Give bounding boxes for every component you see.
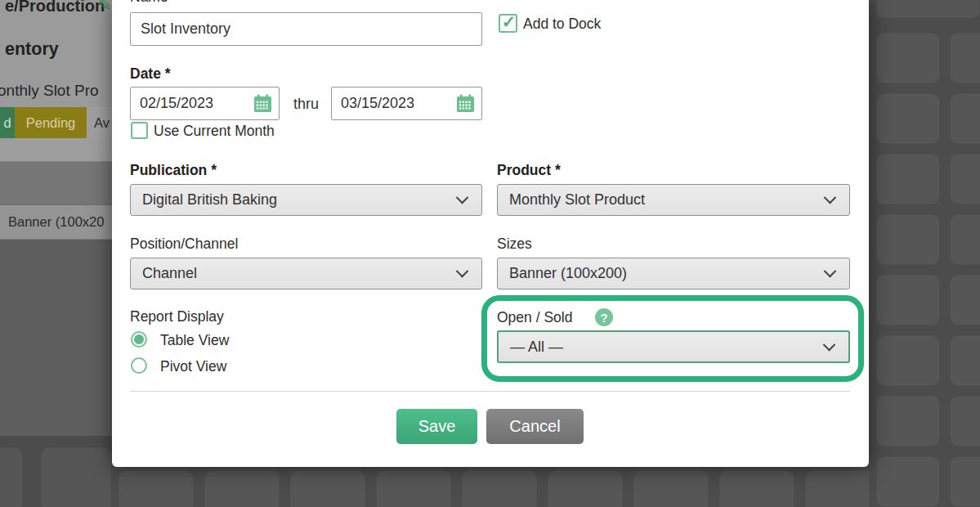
- open-sold-select[interactable]: — All —: [497, 330, 850, 363]
- divider: [130, 391, 850, 392]
- name-label: Name: [130, 0, 168, 6]
- chevron-down-icon: [824, 191, 837, 204]
- sizes-value: Banner (100x200): [498, 265, 826, 282]
- date-label: Date *: [130, 65, 171, 83]
- slot-cell: [950, 335, 980, 386]
- cancel-button[interactable]: Cancel: [486, 409, 584, 444]
- legend-sold-badge: d: [0, 107, 15, 138]
- slot-cell: [548, 470, 623, 507]
- question-mark: ?: [600, 311, 607, 325]
- save-button[interactable]: Save: [396, 409, 477, 444]
- chevron-down-icon: [823, 338, 836, 351]
- slot-cell: [876, 275, 940, 325]
- product-label: Product *: [497, 162, 561, 179]
- slot-cell: [950, 93, 980, 144]
- calendar-icon[interactable]: [456, 94, 475, 113]
- product-value: Monthly Slot Product: [498, 191, 826, 209]
- slot-cell: [876, 33, 940, 83]
- slot-cell: [719, 470, 794, 507]
- slot-cell: [876, 456, 940, 507]
- slot-cell: [204, 470, 280, 507]
- screen: e/Production ✎ entory onthly Slot Pro d …: [0, 0, 980, 507]
- report-dialog: Name ✓ Add to Dock Date * thru: [112, 0, 869, 467]
- add-to-dock-label: Add to Dock: [523, 16, 601, 33]
- pivot-view-label: Pivot View: [160, 358, 226, 375]
- background-slot-grid-right: [869, 0, 980, 507]
- sizes-select[interactable]: Banner (100x200): [497, 258, 850, 289]
- use-current-month-label: Use Current Month: [154, 123, 275, 140]
- open-sold-label: Open / Sold: [497, 309, 572, 326]
- slot-cell: [876, 214, 940, 265]
- date-from-field[interactable]: [130, 87, 280, 120]
- slot-cell: [462, 470, 537, 507]
- pivot-view-radio[interactable]: [131, 357, 147, 374]
- slot-cell: [950, 396, 980, 446]
- slot-cell: [950, 33, 980, 83]
- background-left-panel: e/Production ✎ entory onthly Slot Pro d …: [0, 0, 112, 436]
- breadcrumb: e/Production: [5, 0, 105, 16]
- chevron-down-icon: [456, 191, 469, 204]
- slot-cell: [876, 335, 940, 386]
- slot-cell: [41, 447, 111, 507]
- thru-label: thru: [293, 96, 319, 113]
- legend-available-badge: Av: [87, 107, 110, 138]
- slot-cell: [950, 456, 980, 507]
- background-slot-grid-bottom: [112, 467, 869, 507]
- position-channel-select[interactable]: Channel: [130, 258, 482, 289]
- slot-cell: [119, 470, 194, 507]
- slot-cell: [950, 154, 980, 204]
- slot-cell: [376, 470, 451, 507]
- table-view-label: Table View: [160, 332, 229, 349]
- publication-select[interactable]: Digital British Baking: [130, 184, 482, 216]
- position-channel-label: Position/Channel: [130, 236, 238, 253]
- slot-cell: [950, 214, 980, 265]
- table-header-row: [0, 162, 112, 205]
- table-row: [0, 138, 112, 162]
- table-row: Banner (100x20: [0, 205, 112, 240]
- sizes-label: Sizes: [497, 236, 532, 253]
- page-title: entory: [5, 39, 59, 60]
- slot-cell: [633, 470, 709, 507]
- publication-value: Digital British Baking: [131, 191, 458, 209]
- publication-label: Publication *: [130, 162, 217, 179]
- chevron-down-icon: [824, 265, 837, 278]
- calendar-icon[interactable]: [253, 94, 272, 113]
- background-slot-grid-bottom-left: [0, 436, 112, 507]
- chevron-down-icon: [456, 265, 469, 278]
- background-fill: [0, 240, 112, 436]
- legend-pending-badge: Pending: [15, 107, 87, 138]
- pencil-icon: ✎: [98, 0, 112, 15]
- report-display-label: Report Display: [130, 308, 224, 325]
- status-legend: d Pending Av: [0, 107, 112, 138]
- row-label: Banner (100x20: [0, 214, 104, 230]
- slot-cell: [0, 447, 23, 507]
- slot-cell: [876, 154, 940, 204]
- date-to-field[interactable]: [331, 87, 482, 120]
- name-input[interactable]: [130, 12, 482, 46]
- date-from-input[interactable]: [131, 95, 253, 112]
- table-view-radio[interactable]: [131, 331, 147, 348]
- product-select[interactable]: Monthly Slot Product: [497, 184, 850, 216]
- slot-cell: [290, 470, 365, 507]
- product-subtitle: onthly Slot Pro: [0, 82, 99, 100]
- add-to-dock-checkbox[interactable]: ✓: [499, 14, 517, 33]
- slot-cell: [950, 275, 980, 325]
- slot-cell: [876, 0, 980, 18]
- help-icon[interactable]: ?: [595, 308, 613, 326]
- open-sold-value: — All —: [499, 339, 825, 356]
- slot-cell: [876, 396, 940, 446]
- use-current-month-checkbox[interactable]: ✓: [131, 122, 148, 139]
- slot-cell: [876, 93, 940, 144]
- position-channel-value: Channel: [131, 265, 458, 282]
- check-icon: ✓: [502, 13, 517, 30]
- date-to-input[interactable]: [332, 95, 456, 112]
- slot-cell: [805, 470, 869, 507]
